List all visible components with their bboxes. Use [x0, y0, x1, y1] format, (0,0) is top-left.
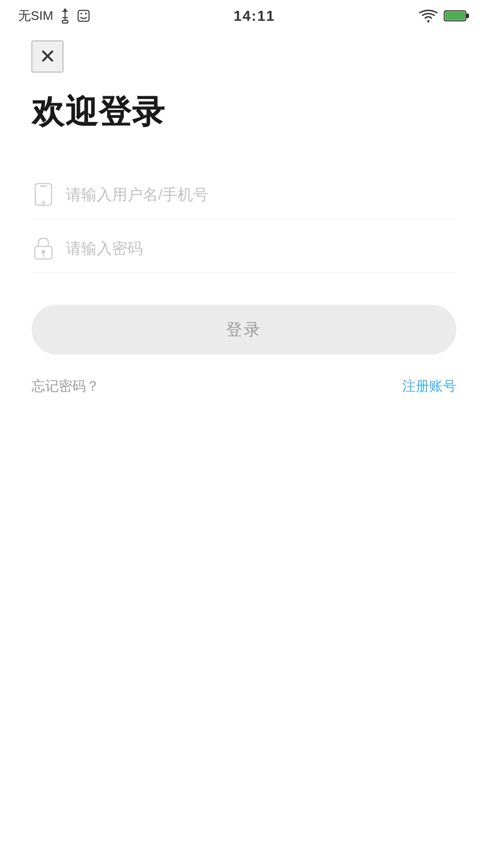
status-left: 无SIM [18, 7, 90, 24]
battery-icon [444, 9, 470, 23]
forgot-password-link[interactable]: 忘记密码？ [32, 377, 99, 396]
no-sim-label: 无SIM [18, 7, 53, 24]
page-title: 欢迎登录 [32, 90, 456, 134]
svg-point-3 [85, 13, 87, 14]
usb-icon [60, 8, 70, 24]
wifi-icon [418, 8, 438, 24]
password-input[interactable] [66, 240, 456, 257]
main-content: ✕ 欢迎登录 登录 忘记密码？ 注册账号 [0, 32, 488, 396]
svg-rect-7 [35, 184, 52, 205]
svg-point-0 [64, 9, 66, 11]
svg-rect-8 [40, 185, 47, 187]
username-field-container [32, 170, 456, 219]
register-link[interactable]: 注册账号 [402, 377, 456, 396]
close-button[interactable]: ✕ [32, 41, 63, 72]
status-time: 14:11 [234, 8, 275, 24]
lock-icon [32, 236, 55, 260]
svg-point-2 [80, 13, 82, 14]
status-right [418, 8, 470, 24]
username-input[interactable] [66, 186, 456, 203]
debug-icon [77, 9, 90, 23]
svg-rect-1 [78, 10, 89, 21]
password-field-container [32, 224, 456, 273]
svg-point-9 [42, 201, 45, 204]
bottom-links: 忘记密码？ 注册账号 [32, 377, 456, 396]
close-icon: ✕ [39, 47, 56, 66]
status-bar: 无SIM 14:11 [0, 0, 488, 32]
login-button[interactable]: 登录 [32, 305, 456, 354]
phone-icon [32, 183, 55, 206]
svg-rect-5 [445, 12, 465, 20]
svg-rect-6 [466, 14, 469, 18]
